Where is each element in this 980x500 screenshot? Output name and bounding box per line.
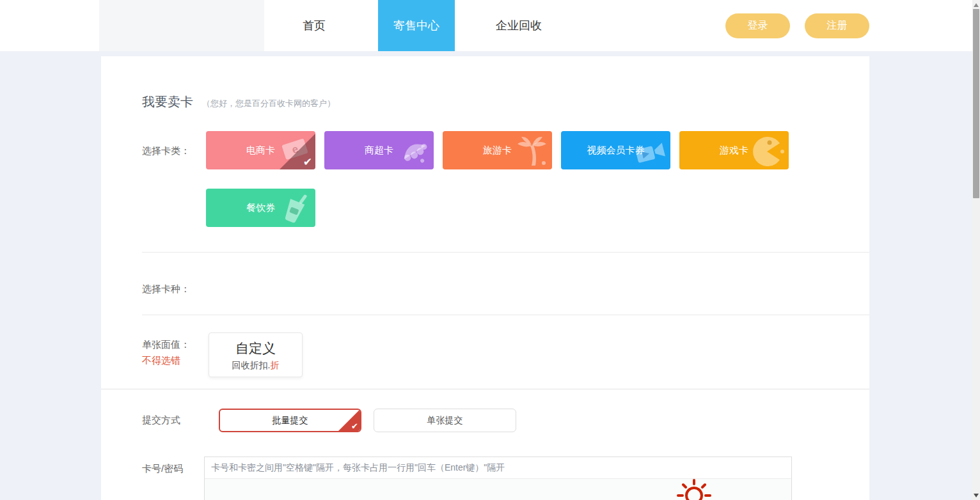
logo-placeholder — [99, 0, 264, 51]
card-input-label: 卡号/密码 — [142, 457, 204, 500]
textarea-wrapper — [204, 457, 792, 500]
category-video-membership-card[interactable]: 视频会员卡券 — [561, 131, 670, 169]
category-label: 旅游卡 — [483, 145, 512, 157]
category-label: 游戏卡 — [720, 145, 748, 157]
single-submit-button[interactable]: 单张提交 — [374, 409, 516, 432]
face-value-row: 单张面值： 不得选错 自定义 回收折扣.折 — [101, 332, 869, 377]
page-body: 我要卖卡 （您好，您是百分百收卡网的客户） 选择卡类： 电商卡 e ✔ — [0, 56, 980, 500]
tab-consignment-center[interactable]: 寄售中心 — [378, 0, 455, 51]
submit-method-row: 提交方式 批量提交 ✔ 单张提交 — [101, 409, 869, 432]
auth-buttons: 登录 注册 — [725, 13, 980, 38]
sell-card-panel: 我要卖卡 （您好，您是百分百收卡网的客户） 选择卡类： 电商卡 e ✔ — [101, 56, 869, 500]
card-input-row: 卡号/密码 — [101, 457, 869, 500]
custom-value-option[interactable]: 自定义 回收折扣.折 — [209, 332, 303, 377]
card-kind-label: 选择卡种： — [142, 283, 190, 295]
category-label: 视频会员卡券 — [587, 145, 645, 157]
category-travel-card[interactable]: 旅游卡 — [443, 131, 552, 169]
vertical-scrollbar[interactable] — [972, 0, 980, 500]
submit-method-label: 提交方式 — [142, 414, 219, 426]
divider — [142, 252, 869, 253]
category-supermarket-card[interactable]: 商超卡 — [324, 131, 434, 169]
section-divider — [101, 389, 869, 389]
category-label: 餐饮券 — [246, 202, 275, 214]
batch-submit-label: 批量提交 — [273, 415, 308, 425]
selected-check-icon: ✔ — [351, 421, 358, 431]
title-row: 我要卖卡 （您好，您是百分百收卡网的客户） — [101, 93, 869, 111]
category-dining-voucher[interactable]: 餐饮券 — [206, 189, 315, 227]
face-value-label: 单张面值： — [142, 339, 209, 351]
scroll-down-arrow-icon[interactable] — [974, 494, 979, 497]
batch-submit-button[interactable]: 批量提交 ✔ — [219, 409, 361, 432]
selected-check-icon: ✔ — [303, 155, 312, 169]
pacman-icon — [752, 134, 786, 168]
face-value-warning: 不得选错 — [142, 355, 209, 367]
category-label: 商超卡 — [365, 145, 393, 157]
card-number-textarea[interactable] — [204, 457, 792, 500]
drink-cup-icon — [278, 191, 313, 226]
tab-home[interactable]: 首页 — [276, 0, 352, 51]
tab-enterprise-recycle[interactable]: 企业回收 — [480, 0, 557, 51]
scroll-up-arrow-icon[interactable] — [974, 3, 979, 7]
card-category-row: 选择卡类： 电商卡 e ✔ 商超卡 — [101, 131, 869, 246]
scrollbar-thumb[interactable] — [973, 9, 979, 198]
category-label: 电商卡 — [246, 145, 275, 157]
card-kind-row: 选择卡种： — [101, 283, 869, 295]
category-game-card[interactable]: 游戏卡 — [679, 131, 789, 169]
login-button[interactable]: 登录 — [725, 13, 790, 38]
single-submit-label: 单张提交 — [427, 415, 463, 425]
discount-text: 回收折扣. — [232, 360, 271, 370]
header: 首页 寄售中心 企业回收 登录 注册 — [0, 0, 980, 51]
register-button[interactable]: 注册 — [805, 13, 869, 38]
discount-unit: 折 — [270, 360, 279, 370]
divider — [142, 315, 869, 315]
card-category-label: 选择卡类： — [142, 131, 206, 246]
page-subtitle: （您好，您是百分百收卡网的客户） — [202, 98, 335, 109]
store-awning-icon — [397, 134, 431, 168]
custom-value-subtitle: 回收折扣.折 — [209, 360, 302, 371]
card-category-list: 电商卡 e ✔ 商超卡 — [206, 131, 801, 246]
custom-value-title: 自定义 — [209, 340, 302, 357]
page-title: 我要卖卡 — [142, 93, 193, 111]
palm-tree-icon — [515, 134, 549, 168]
main-nav: 首页 寄售中心 企业回收 — [276, 0, 570, 51]
category-ecommerce-card[interactable]: 电商卡 e ✔ — [206, 131, 315, 169]
